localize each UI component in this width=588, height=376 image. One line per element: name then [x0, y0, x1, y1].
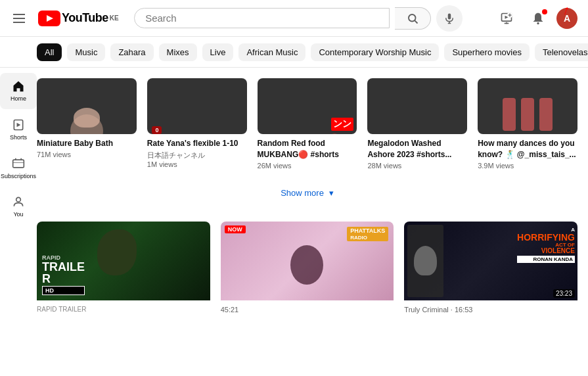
chip-superhero[interactable]: Superhero movies: [444, 43, 530, 61]
microphone-icon: [443, 12, 455, 24]
chip-african-music[interactable]: African Music: [238, 43, 305, 61]
chip-zahara[interactable]: Zahara: [110, 43, 153, 61]
main-content: Home Shorts Subscriptions You: [0, 68, 588, 376]
sidebar-item-you[interactable]: You: [0, 189, 37, 225]
create-icon: [500, 12, 513, 25]
subscriptions-icon: [12, 157, 25, 170]
video-card-mukbang[interactable]: ンン Random Red food MUKBANG🔴 #shorts 26M …: [258, 78, 357, 170]
show-more-section: Show more ▾: [37, 175, 577, 211]
home-icon: [12, 80, 25, 93]
trailer-text: TRAILER: [42, 261, 85, 285]
radio-label: PHATTALKSRADIO: [347, 227, 388, 241]
svg-line-3: [415, 20, 418, 23]
shorts-icon: [12, 118, 25, 131]
video-title-baby-bath: Miniature Baby Bath: [37, 138, 137, 149]
create-button[interactable]: [493, 5, 520, 32]
search-button[interactable]: [395, 7, 431, 30]
youtube-logo[interactable]: YouTube KE: [38, 11, 119, 26]
video-meta-shark: 28M views: [367, 162, 467, 170]
video-info-baby-bath: Miniature Baby Bath 71M views: [37, 134, 137, 158]
video-meta-mukbang: 26M views: [258, 162, 357, 170]
bottom-meta-gorilla: RAPID TRAILER: [37, 306, 210, 313]
chip-contemporary-worship[interactable]: Contemporary Worship Music: [311, 43, 439, 61]
video-title-yana: Rate Yana's flexible 1-10: [147, 138, 247, 149]
hd-badge: HD: [42, 286, 85, 295]
sidebar-item-subscriptions[interactable]: Subscriptions: [0, 151, 37, 187]
search-input-wrap[interactable]: [134, 8, 390, 28]
svg-point-2: [409, 14, 416, 22]
svg-point-20: [16, 198, 21, 202]
header-right: A ↑: [493, 5, 577, 32]
country-code: KE: [110, 14, 119, 22]
microphone-button[interactable]: [436, 5, 463, 32]
youtube-logo-icon: [38, 11, 60, 26]
video-info-yana: Rate Yana's flexible 1-10 日本語チャンネル 1M vi…: [147, 134, 247, 168]
notification-dot: [542, 9, 547, 14]
video-title-dance: How many dances do you know? 🕺 @_miss_ta…: [478, 138, 577, 160]
chip-all[interactable]: All: [37, 43, 62, 61]
svg-rect-16: [13, 160, 24, 168]
channel-yana: 日本語チャンネル: [147, 151, 247, 160]
video-card-shark[interactable]: Megalodon Washed Ashore 2023 #shorts... …: [367, 78, 467, 170]
sidebar-item-shorts[interactable]: Shorts: [0, 112, 37, 148]
search-input[interactable]: [145, 12, 378, 24]
video-card-baby-bath[interactable]: Miniature Baby Bath 71M views: [37, 78, 137, 170]
bottom-card-criminal[interactable]: A HORRIFYING ACT OF VIOLENCE RONAN KANDA…: [404, 222, 577, 317]
sidebar-item-home[interactable]: Home: [0, 73, 37, 109]
chip-telenovelas[interactable]: Telenovelas: [535, 43, 588, 61]
sidebar-label-shorts: Shorts: [10, 134, 27, 141]
duration-badge-criminal: 23:23: [553, 289, 575, 298]
bottom-info-gorilla: RAPID TRAILER: [37, 300, 210, 317]
youtube-wordmark: YouTube: [62, 11, 108, 25]
avatar[interactable]: A: [556, 8, 577, 29]
video-title-mukbang: Random Red food MUKBANG🔴 #shorts: [258, 138, 357, 160]
chip-live[interactable]: Live: [202, 43, 234, 61]
video-info-shark: Megalodon Washed Ashore 2023 #shorts... …: [367, 134, 467, 170]
bottom-card-gorilla[interactable]: RAPID TRAILER HD RAPID TRAILER: [37, 222, 210, 317]
bottom-card-radio[interactable]: NOW PHATTALKSRADIO 45:21: [221, 222, 394, 317]
bottom-info-criminal: Truly Criminal · 16:53: [404, 300, 577, 317]
category-bar: All Music Zahara Mixes Live African Musi…: [0, 37, 588, 68]
video-title-shark: Megalodon Washed Ashore 2023 #shorts...: [367, 138, 467, 160]
chip-music[interactable]: Music: [67, 43, 105, 61]
search-icon: [407, 12, 418, 24]
sidebar: Home Shorts Subscriptions You: [0, 68, 37, 376]
sidebar-label-home: Home: [11, 95, 26, 103]
chip-mixes[interactable]: Mixes: [159, 43, 197, 61]
notifications-button[interactable]: [525, 5, 551, 32]
sidebar-label-subscriptions: Subscriptions: [1, 173, 36, 180]
horrifying-text: A HORRIFYING ACT OF VIOLENCE RONAN KANDA: [517, 227, 575, 263]
content-area: Miniature Baby Bath 71M views 5 9 4 10 3…: [37, 68, 588, 376]
bottom-meta-criminal: Truly Criminal · 16:53: [404, 306, 577, 314]
video-card-yana[interactable]: 5 9 4 10 3 2 1 0 Rate Yana's flexible: [147, 78, 247, 170]
now-live-badge: NOW: [225, 225, 246, 233]
video-meta-yana: 1M views: [147, 160, 247, 168]
show-more-label: Show more: [281, 188, 324, 198]
show-more-chevron: ▾: [329, 188, 334, 198]
search-bar: [134, 5, 463, 32]
header: YouTube KE: [0, 0, 588, 37]
you-icon: [12, 195, 25, 208]
bottom-meta-radio: 45:21: [221, 306, 394, 314]
video-card-dance[interactable]: How many dances do you know? 🕺 @_miss_ta…: [478, 78, 577, 170]
video-info-mukbang: Random Red food MUKBANG🔴 #shorts 26M vie…: [258, 134, 357, 170]
svg-point-14: [537, 22, 539, 24]
bottom-video-row: RAPID TRAILER HD RAPID TRAILER NOW: [37, 222, 577, 317]
svg-rect-4: [448, 13, 451, 19]
header-left: YouTube KE: [11, 11, 119, 26]
bottom-info-radio: 45:21: [221, 300, 394, 317]
hamburger-menu[interactable]: [11, 11, 28, 26]
video-meta-baby-bath: 71M views: [37, 151, 137, 158]
sidebar-label-you: You: [13, 211, 23, 218]
trailer-rapid: RAPID: [42, 254, 85, 261]
video-grid: Miniature Baby Bath 71M views 5 9 4 10 3…: [37, 78, 577, 170]
show-more-button[interactable]: Show more ▾: [267, 183, 347, 203]
video-info-dance: How many dances do you know? 🕺 @_miss_ta…: [478, 134, 577, 170]
video-meta-dance: 3.9M views: [478, 162, 577, 170]
